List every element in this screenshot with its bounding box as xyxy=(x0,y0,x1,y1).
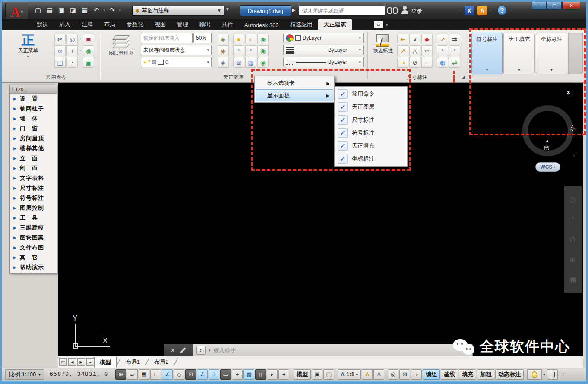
tab-管理[interactable]: 管理 xyxy=(171,19,194,30)
save-icon[interactable]: ▣ xyxy=(56,5,66,16)
dim-star2-icon[interactable]: * xyxy=(449,45,460,56)
command-input-area[interactable]: > ▾ 键入命令 xyxy=(193,344,473,357)
status-button-编组[interactable]: 编组 xyxy=(423,369,440,380)
workspace-gear-icon[interactable]: ◎ xyxy=(388,369,398,380)
layer-edit-icon[interactable]: ◈ xyxy=(218,45,229,56)
palette-grip-icon[interactable]: ‖ xyxy=(12,87,13,91)
layout-prev-icon[interactable]: ◫ xyxy=(323,369,334,380)
isodraft-icon[interactable]: ◇ xyxy=(174,369,184,380)
checkmark-icon[interactable]: ✓ xyxy=(338,89,348,99)
tab-Autodesk 360[interactable]: Autodesk 360 xyxy=(239,20,285,30)
viewcube-caret-icon[interactable]: ▽ xyxy=(572,153,575,157)
layout-tab-布局2[interactable]: 布局2 xyxy=(149,357,174,367)
compass-east-label[interactable]: 东 xyxy=(570,124,576,132)
layout-quick-icon[interactable]: ▣ xyxy=(312,369,322,380)
search-binoculars-icon[interactable] xyxy=(387,6,398,15)
link-icon[interactable]: ∞ xyxy=(54,45,66,56)
checkmark-icon[interactable]: ✓ xyxy=(338,128,348,138)
annotation-scale-button[interactable]: Λ 1:1 ▾ xyxy=(338,369,361,380)
screen-on-icon[interactable]: ▣ xyxy=(83,57,94,68)
submenu-item-尺寸标注[interactable]: ✓尺寸标注 xyxy=(335,113,406,126)
linetype-caret-icon[interactable]: ▾ xyxy=(359,60,361,64)
dynamic-input-icon[interactable]: ▸ xyxy=(267,369,278,380)
zoom-select-icon[interactable]: ◎ xyxy=(66,34,78,44)
screen-off-icon[interactable]: ▣ xyxy=(83,34,94,44)
pan-hand-icon[interactable]: * xyxy=(571,214,574,224)
signin-button[interactable]: 登录 xyxy=(411,7,422,15)
tianzheng-menu-button[interactable]: 正 天正菜单 ▾ xyxy=(16,32,40,60)
undo-icon[interactable]: ↶ xyxy=(91,5,101,16)
tab-参数化[interactable]: 参数化 xyxy=(121,19,149,30)
workspace-caret-icon[interactable]: ▼ xyxy=(217,8,221,13)
undo-caret-icon[interactable]: ▾ xyxy=(103,8,105,13)
tab-输出[interactable]: 输出 xyxy=(194,19,216,30)
osnap-icon[interactable]: ∠ xyxy=(197,369,208,380)
autocad-menu-button[interactable]: A ▾ xyxy=(5,3,28,21)
panel-stub-符号标注[interactable]: 符号标注▾ xyxy=(471,33,503,74)
command-close-icon[interactable]: ✕ xyxy=(170,347,175,354)
palette-item-立面[interactable]: ▶立 面 xyxy=(10,153,57,163)
save-as-icon[interactable]: ◪ xyxy=(68,5,78,16)
otrack-icon[interactable]: ⊡ xyxy=(185,369,196,380)
selection-cycling-icon[interactable]: + xyxy=(232,369,243,380)
transparency-icon[interactable]: ▭ xyxy=(220,369,231,380)
tab-插入[interactable]: 插入 xyxy=(54,19,76,30)
dim-star1-icon[interactable]: * xyxy=(437,45,448,56)
stub-caret-icon[interactable]: ▾ xyxy=(550,68,553,72)
submenu-item-符号标注[interactable]: ✓符号标注 xyxy=(335,126,406,139)
compass-arrow-icon[interactable]: ▲ xyxy=(545,138,550,143)
palette-item-墙体[interactable]: ▶墙 体 xyxy=(10,113,57,123)
document-next-icon[interactable]: ▶ xyxy=(292,7,295,13)
palette-item-图块图案[interactable]: ▶图块图案 xyxy=(10,233,57,242)
layer-lock-fade-icon[interactable]: ▨ xyxy=(245,57,256,68)
tab-精选应用[interactable]: 精选应用 xyxy=(285,19,318,30)
layout-nav-icon-3[interactable]: ⏭ xyxy=(86,358,94,366)
ortho-icon[interactable]: ∟ xyxy=(150,369,161,380)
dim-quick2-icon[interactable]: ⇥ xyxy=(397,57,408,68)
checkmark-icon[interactable]: ✓ xyxy=(338,154,348,164)
palette-item-图层控制[interactable]: ▶图层控制 xyxy=(10,203,57,213)
dim-edit-icon[interactable]: ↗ xyxy=(437,34,448,44)
palette-item-剖面[interactable]: ▶剖 面 xyxy=(10,163,57,173)
layout-tab-模型[interactable]: 模型 xyxy=(94,357,117,368)
dynamic-ucs-icon[interactable]: ▯ xyxy=(255,369,266,380)
palette-item-门窗[interactable]: ▶门 窗 xyxy=(10,123,57,133)
palette-item-其它[interactable]: ▶其 它 xyxy=(10,252,57,262)
zoom-tool-icon[interactable]: ⊘ xyxy=(569,234,576,244)
layer-unlock-icon[interactable]: ⊠ xyxy=(152,59,156,65)
steering-wheel-icon[interactable]: ◎ xyxy=(569,195,577,205)
checkmark-icon[interactable]: ✓ xyxy=(338,141,348,151)
tab-插件[interactable]: 插件 xyxy=(216,19,239,30)
annotation-auto-icon[interactable]: Λ xyxy=(373,369,384,380)
minimize-button[interactable]: – xyxy=(532,2,547,10)
layer-manager-button[interactable]: 图层管理器 xyxy=(104,34,138,57)
ui-lock-icon[interactable]: ⊠ xyxy=(399,369,410,380)
new-file-icon[interactable]: ▢ xyxy=(33,5,43,16)
help-icon[interactable]: ? xyxy=(497,6,507,15)
palette-item-文件布图[interactable]: ▶文件布图 xyxy=(10,242,57,252)
maximize-button[interactable]: ▢ xyxy=(547,2,562,10)
current-layer-caret-icon[interactable]: ▾ xyxy=(207,60,209,64)
a360-lock-icon[interactable]: A xyxy=(477,6,487,15)
document-tab[interactable]: Drawing1.dwg xyxy=(240,5,291,16)
layer-apply2-icon[interactable]: ◉ xyxy=(257,45,269,56)
search-input[interactable] xyxy=(299,6,385,15)
layer-sun-icon[interactable]: * xyxy=(148,59,150,65)
polar-tracking-icon[interactable]: ∠ xyxy=(162,369,173,380)
command-recent-caret-icon[interactable]: ▾ xyxy=(209,348,211,353)
layer-freeze-vp-icon[interactable]: * xyxy=(245,45,256,56)
dim-chain-icon[interactable]: ⇉ xyxy=(449,34,460,44)
stub-caret-icon[interactable]: ▾ xyxy=(518,68,520,72)
ribbon-minimize-button[interactable]: ◘ xyxy=(374,21,383,28)
dim-triangle-icon[interactable]: △ xyxy=(409,45,420,56)
dim-linear-icon[interactable]: ↗ xyxy=(397,45,408,56)
status-button-加粗[interactable]: 加粗 xyxy=(477,369,494,380)
command-wrench-icon[interactable] xyxy=(180,347,186,353)
layer-shield-icon[interactable]: ◐ xyxy=(245,34,256,44)
layer-state-dropdown[interactable]: 未保存的图层状态 ▾ xyxy=(141,45,212,55)
orbit-icon[interactable]: ⊕ xyxy=(569,255,576,264)
status-caret-icon[interactable]: ▾ xyxy=(543,372,545,377)
lineweight-caret-icon[interactable]: ▾ xyxy=(359,48,361,52)
user-icon[interactable] xyxy=(401,6,409,15)
palette-item-符号标注[interactable]: ▶符号标注 xyxy=(10,193,57,203)
